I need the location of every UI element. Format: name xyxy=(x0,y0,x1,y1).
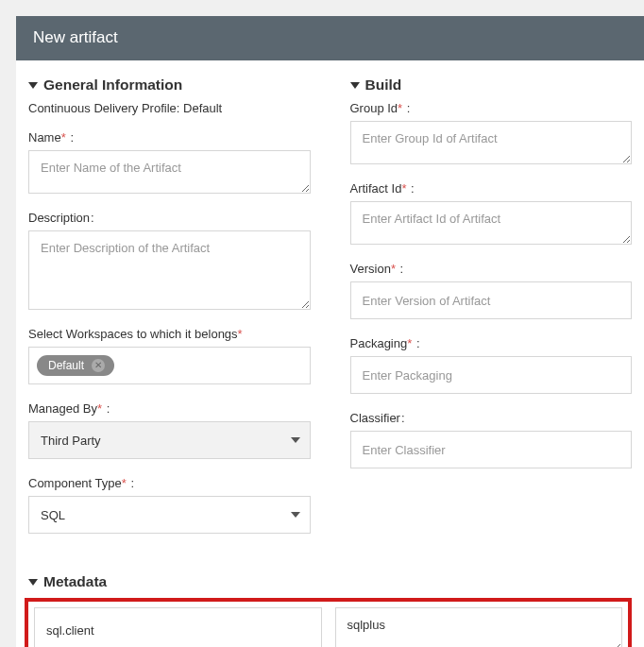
caret-down-icon xyxy=(28,579,38,586)
metadata-title: Metadata xyxy=(43,573,107,590)
classifier-field-group: Classifier: xyxy=(350,411,633,468)
name-field-group: Name* : xyxy=(28,130,311,194)
artifact-id-field-group: Artifact Id* : xyxy=(350,181,633,245)
chevron-down-icon xyxy=(291,512,300,518)
workspace-chip-label: Default xyxy=(48,359,84,372)
component-type-label: Component Type* : xyxy=(28,476,311,490)
chevron-down-icon xyxy=(291,437,300,443)
workspace-chip-default[interactable]: Default ✕ xyxy=(37,355,114,376)
version-field-group: Version* : xyxy=(350,262,633,319)
workspace-input[interactable]: Default ✕ xyxy=(28,347,311,384)
group-id-label: Group Id* : xyxy=(350,101,633,115)
description-input[interactable] xyxy=(28,230,311,310)
packaging-label: Packaging* : xyxy=(350,336,633,350)
group-id-field-group: Group Id* : xyxy=(350,101,633,164)
classifier-label: Classifier: xyxy=(350,411,633,425)
version-input[interactable] xyxy=(350,281,633,319)
version-label: Version* : xyxy=(350,262,633,276)
title-text: New artifact xyxy=(33,28,118,46)
chip-remove-icon[interactable]: ✕ xyxy=(92,359,105,372)
metadata-value-input[interactable]: sqlplus xyxy=(335,607,623,647)
build-section: Build Group Id* : Artifact Id* : Version… xyxy=(350,77,633,537)
metadata-row-highlight: sqlplus xyxy=(25,598,632,647)
managed-by-label: Managed By* : xyxy=(28,401,311,416)
managed-by-field-group: Managed By* : Third Party xyxy=(28,401,311,459)
general-title: General Information xyxy=(43,77,182,94)
caret-down-icon xyxy=(350,82,360,89)
artifact-id-input[interactable] xyxy=(350,201,633,245)
required-asterisk: * xyxy=(97,401,102,416)
packaging-field-group: Packaging* : xyxy=(350,336,633,394)
profile-line: Continuous Delivery Profile: Default xyxy=(28,101,311,115)
title-bar: New artifact xyxy=(16,16,644,60)
metadata-key-input[interactable] xyxy=(34,607,322,647)
required-asterisk: * xyxy=(391,262,396,276)
group-id-input[interactable] xyxy=(350,121,633,164)
required-asterisk: * xyxy=(61,130,66,145)
component-type-field-group: Component Type* : SQL xyxy=(28,476,311,534)
description-field-group: Description: xyxy=(28,211,311,310)
metadata-section: Metadata sqlplus xyxy=(16,556,644,647)
required-asterisk: * xyxy=(401,181,406,196)
general-information-section: General Information Continuous Delivery … xyxy=(28,77,311,537)
managed-by-select[interactable]: Third Party xyxy=(28,421,311,459)
build-title: Build xyxy=(365,77,402,94)
name-label: Name* : xyxy=(28,130,311,145)
required-asterisk: * xyxy=(407,336,412,350)
main-content: General Information Continuous Delivery … xyxy=(16,60,644,556)
metadata-header[interactable]: Metadata xyxy=(28,573,632,590)
component-type-select[interactable]: SQL xyxy=(28,496,311,534)
build-header[interactable]: Build xyxy=(350,77,633,94)
name-input[interactable] xyxy=(28,150,311,194)
description-label: Description: xyxy=(28,211,311,225)
required-asterisk: * xyxy=(238,327,243,341)
artifact-id-label: Artifact Id* : xyxy=(350,181,633,196)
general-header[interactable]: General Information xyxy=(28,77,311,94)
classifier-input[interactable] xyxy=(350,431,633,468)
workspace-field-group: Select Workspaces to which it belongs* D… xyxy=(28,327,311,384)
packaging-input[interactable] xyxy=(350,356,633,394)
caret-down-icon xyxy=(28,82,38,89)
page-wrap: New artifact General Information Continu… xyxy=(0,0,644,647)
component-type-value: SQL xyxy=(41,508,65,522)
workspace-label: Select Workspaces to which it belongs* xyxy=(28,327,311,341)
managed-by-value: Third Party xyxy=(41,434,101,448)
required-asterisk: * xyxy=(122,476,127,490)
required-asterisk: * xyxy=(398,101,402,115)
